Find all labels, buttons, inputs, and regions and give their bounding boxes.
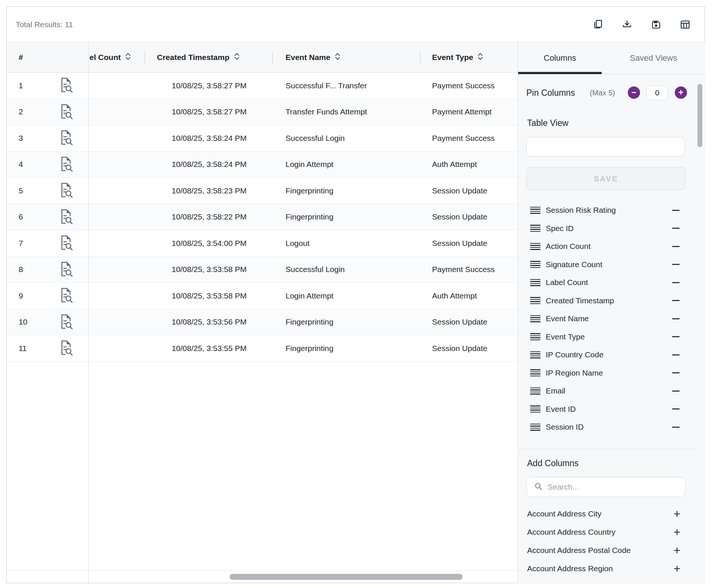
pinned-column-label: Event Type xyxy=(546,332,585,341)
cell-event-name: Fingerprinting xyxy=(286,178,333,204)
view-event-details-button[interactable] xyxy=(58,77,73,94)
pinned-column-label: Email xyxy=(546,386,565,395)
remove-column-button[interactable] xyxy=(671,279,681,286)
search-input[interactable] xyxy=(548,483,679,491)
remove-column-button[interactable] xyxy=(671,261,681,268)
remove-column-button[interactable] xyxy=(671,225,681,232)
pinned-column-item: Session Risk Rating xyxy=(518,201,705,219)
header-created-timestamp[interactable]: Created Timestamp xyxy=(157,42,240,72)
remove-column-button[interactable] xyxy=(671,333,681,341)
tab-saved-views[interactable]: Saved Views xyxy=(602,42,705,74)
add-column-button[interactable]: + xyxy=(671,526,683,538)
download-button[interactable] xyxy=(621,19,633,31)
remove-column-button[interactable] xyxy=(671,369,681,377)
add-column-button[interactable]: + xyxy=(671,544,683,556)
minus-icon xyxy=(672,264,680,265)
remove-column-button[interactable] xyxy=(671,243,681,250)
table-view-name-input[interactable] xyxy=(526,137,685,157)
header-divider xyxy=(420,52,421,63)
drag-handle-icon[interactable] xyxy=(530,423,541,431)
pinned-column-item: Action Count xyxy=(518,237,705,256)
drag-handle-icon[interactable] xyxy=(530,260,541,269)
table-view-heading: Table View xyxy=(527,118,568,128)
pin-decrement-button[interactable]: − xyxy=(628,86,640,99)
table-row: 3 xyxy=(7,125,519,152)
toolbar-icons xyxy=(592,7,691,42)
pin-increment-button[interactable]: + xyxy=(675,86,687,99)
remove-column-button[interactable] xyxy=(671,423,681,431)
cell-event-type: Session Update xyxy=(432,178,487,204)
drag-handle-icon[interactable] xyxy=(530,405,541,413)
download-icon xyxy=(621,19,633,30)
drag-handle-icon[interactable] xyxy=(530,242,541,250)
view-event-details-button[interactable] xyxy=(58,287,73,304)
view-event-details-button[interactable] xyxy=(58,156,73,173)
remove-column-button[interactable] xyxy=(671,315,681,322)
panel-scrollbar[interactable] xyxy=(697,84,702,147)
available-column-item: Account Address Street S + xyxy=(518,578,705,584)
view-event-details-button[interactable] xyxy=(58,208,73,226)
document-search-icon xyxy=(58,234,73,252)
available-column-label: Account Address Region xyxy=(527,564,613,573)
drag-handle-icon[interactable] xyxy=(530,224,541,233)
cell-event-type: Session Update xyxy=(432,309,487,335)
add-column-button[interactable]: + xyxy=(671,563,683,575)
row-preview-cell xyxy=(58,99,73,125)
save-view-button[interactable] xyxy=(650,19,662,31)
cell-created-timestamp: 10/08/25, 3:53:56 PM xyxy=(145,309,273,335)
table-layout-button[interactable] xyxy=(679,19,691,31)
remove-column-button[interactable] xyxy=(671,387,681,395)
header-label-count[interactable]: el Count xyxy=(89,42,132,72)
cell-created-timestamp: 10/08/25, 3:58:24 PM xyxy=(145,152,273,178)
view-event-details-button[interactable] xyxy=(58,129,73,147)
drag-handle-icon[interactable] xyxy=(530,351,541,359)
drag-handle-icon[interactable] xyxy=(530,387,541,395)
remove-column-button[interactable] xyxy=(671,206,681,214)
cell-created-timestamp: 10/08/25, 3:58:22 PM xyxy=(145,204,273,230)
drag-handle-icon[interactable] xyxy=(530,333,541,341)
cell-event-type: Session Update xyxy=(432,335,487,361)
cell-event-type: Payment Success xyxy=(432,125,495,151)
drag-handle-icon[interactable] xyxy=(530,278,541,287)
header-event-type[interactable]: Event Type xyxy=(432,42,484,72)
document-search-icon xyxy=(58,182,73,199)
drag-handle-icon[interactable] xyxy=(530,314,541,323)
sort-icon xyxy=(233,53,240,62)
pinned-column-label: Label Count xyxy=(546,278,588,287)
pin-count-input[interactable] xyxy=(646,85,668,100)
remove-column-button[interactable] xyxy=(671,297,681,304)
row-number: 9 xyxy=(19,283,23,309)
row-preview-cell xyxy=(58,73,73,99)
row-number: 11 xyxy=(19,335,27,361)
horizontal-scrollbar[interactable] xyxy=(230,574,463,580)
cell-event-name: Transfer Funds Attempt xyxy=(286,99,367,125)
pinned-column-item: Event ID xyxy=(518,400,705,418)
copy-button[interactable] xyxy=(592,19,604,31)
available-column-item: Account Address City + xyxy=(518,505,705,523)
row-preview-cell xyxy=(58,152,73,178)
add-column-button[interactable]: + xyxy=(671,508,683,520)
columns-panel: Columns Saved Views Pin Columns (Max 5) … xyxy=(518,42,705,584)
view-event-details-button[interactable] xyxy=(58,261,73,278)
pinned-column-item: Signature Count xyxy=(518,256,705,274)
save-button[interactable]: SAVE xyxy=(526,167,686,190)
view-event-details-button[interactable] xyxy=(58,339,73,357)
screen: Total Results: 11 xyxy=(0,0,712,588)
tab-columns[interactable]: Columns xyxy=(518,42,602,74)
table-row: 6 xyxy=(7,204,519,231)
add-column-button[interactable]: + xyxy=(671,581,683,584)
remove-column-button[interactable] xyxy=(671,405,681,413)
available-column-item: Account Address Region + xyxy=(518,559,705,578)
remove-column-button[interactable] xyxy=(671,351,681,358)
drag-handle-icon[interactable] xyxy=(530,206,541,214)
pinned-column-item: IP Country Code xyxy=(518,346,705,364)
drag-handle-icon[interactable] xyxy=(530,369,541,377)
cell-event-name: Logout xyxy=(286,230,309,256)
view-event-details-button[interactable] xyxy=(58,234,73,252)
drag-handle-icon[interactable] xyxy=(530,297,541,305)
view-event-details-button[interactable] xyxy=(58,313,73,331)
header-event-name[interactable]: Event Name xyxy=(286,42,341,72)
view-event-details-button[interactable] xyxy=(58,103,73,121)
view-event-details-button[interactable] xyxy=(58,182,73,199)
minus-icon xyxy=(672,318,680,319)
